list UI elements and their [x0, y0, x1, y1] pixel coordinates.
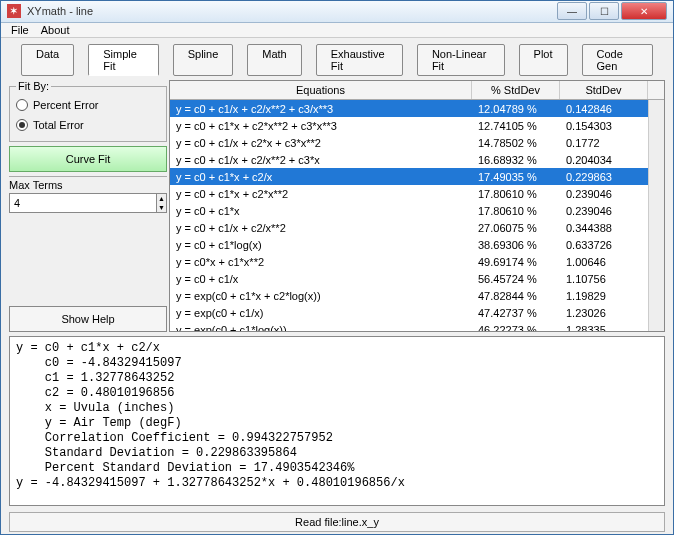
cell-percent-stddev: 17.80610 % — [472, 188, 560, 200]
minimize-button[interactable]: — — [557, 2, 587, 20]
cell-percent-stddev: 12.04789 % — [472, 103, 560, 115]
equations-table: Equations % StdDev StdDev y = c0 + c1/x … — [169, 80, 665, 332]
table-row[interactable]: y = c0 + c1/x + c2*x + c3*x**214.78502 %… — [170, 134, 648, 151]
cell-stddev: 0.633726 — [560, 239, 648, 251]
window-title: XYmath - line — [27, 5, 557, 17]
cell-percent-stddev: 47.82844 % — [472, 290, 560, 302]
col-scroll — [648, 81, 664, 99]
menu-file[interactable]: File — [11, 24, 29, 36]
left-panel: Fit By: Percent Error Total Error Curve … — [9, 80, 167, 332]
cell-stddev: 1.00646 — [560, 256, 648, 268]
cell-percent-stddev: 49.69174 % — [472, 256, 560, 268]
spin-up-icon[interactable]: ▲ — [157, 194, 166, 203]
table-row[interactable]: y = c0 + c1/x56.45724 %1.10756 — [170, 270, 648, 287]
tab-simple-fit[interactable]: Simple Fit — [88, 44, 158, 76]
cell-stddev: 0.239046 — [560, 205, 648, 217]
maximize-button[interactable]: ☐ — [589, 2, 619, 20]
close-button[interactable]: ✕ — [621, 2, 667, 20]
table-row[interactable]: y = c0 + c1*log(x)38.69306 %0.633726 — [170, 236, 648, 253]
maxterms-spinbox[interactable]: ▲ ▼ — [9, 193, 167, 213]
tab-math[interactable]: Math — [247, 44, 301, 76]
fitby-title: Fit By: — [16, 80, 51, 92]
spin-down-icon[interactable]: ▼ — [157, 203, 166, 212]
cell-equation: y = c0 + c1/x + c2/x**2 + c3/x**3 — [170, 103, 472, 115]
cell-equation: y = c0 + c1*x + c2*x**2 — [170, 188, 472, 200]
tab-spline[interactable]: Spline — [173, 44, 234, 76]
cell-percent-stddev: 14.78502 % — [472, 137, 560, 149]
table-row[interactable]: y = exp(c0 + c1*log(x))46.22273 %1.28335 — [170, 321, 648, 331]
cell-equation: y = c0 + c1*log(x) — [170, 239, 472, 251]
cell-equation: y = c0 + c1*x — [170, 205, 472, 217]
maxterms-input[interactable] — [10, 194, 156, 212]
cell-equation: y = c0 + c1*x + c2*x**2 + c3*x**3 — [170, 120, 472, 132]
table-body: y = c0 + c1/x + c2/x**2 + c3/x**312.0478… — [170, 100, 664, 331]
cell-equation: y = exp(c0 + c1*log(x)) — [170, 324, 472, 332]
radio-icon — [16, 119, 28, 131]
cell-stddev: 1.28335 — [560, 324, 648, 332]
statusbar: Read file:line.x_y — [9, 512, 665, 532]
spin-buttons: ▲ ▼ — [156, 194, 166, 212]
cell-percent-stddev: 46.22273 % — [472, 324, 560, 332]
tab-nonlinear-fit[interactable]: Non-Linear Fit — [417, 44, 505, 76]
tab-strip: Data Simple Fit Spline Math Exhaustive F… — [9, 44, 665, 76]
show-help-button[interactable]: Show Help — [9, 306, 167, 332]
radio-percent-error[interactable]: Percent Error — [16, 99, 160, 111]
cell-stddev: 0.229863 — [560, 171, 648, 183]
output-text[interactable]: y = c0 + c1*x + c2/x c0 = -4.84329415097… — [9, 336, 665, 506]
radio-label: Percent Error — [33, 99, 98, 111]
scrollbar[interactable] — [648, 100, 664, 331]
tab-plot[interactable]: Plot — [519, 44, 568, 76]
cell-equation: y = c0*x + c1*x**2 — [170, 256, 472, 268]
app-icon: ✶ — [7, 4, 21, 18]
table-row[interactable]: y = c0 + c1*x + c2*x**217.80610 %0.23904… — [170, 185, 648, 202]
radio-icon — [16, 99, 28, 111]
table-row[interactable]: y = c0 + c1*x + c2/x17.49035 %0.229863 — [170, 168, 648, 185]
table-row[interactable]: y = c0 + c1/x + c2/x**2 + c3*x16.68932 %… — [170, 151, 648, 168]
cell-stddev: 0.204034 — [560, 154, 648, 166]
cell-percent-stddev: 17.49035 % — [472, 171, 560, 183]
cell-percent-stddev: 12.74105 % — [472, 120, 560, 132]
app-window: ✶ XYmath - line — ☐ ✕ File About Data Si… — [0, 0, 674, 535]
col-percent-stddev[interactable]: % StdDev — [472, 81, 560, 99]
curve-fit-button[interactable]: Curve Fit — [9, 146, 167, 172]
cell-percent-stddev: 47.42737 % — [472, 307, 560, 319]
cell-equation: y = c0 + c1/x + c2/x**2 + c3*x — [170, 154, 472, 166]
tab-data[interactable]: Data — [21, 44, 74, 76]
cell-stddev: 1.10756 — [560, 273, 648, 285]
table-row[interactable]: y = c0 + c1*x17.80610 %0.239046 — [170, 202, 648, 219]
maxterms-label: Max Terms — [9, 176, 167, 191]
cell-stddev: 0.1772 — [560, 137, 648, 149]
table-row[interactable]: y = c0*x + c1*x**249.69174 %1.00646 — [170, 253, 648, 270]
cell-equation: y = exp(c0 + c1*x + c2*log(x)) — [170, 290, 472, 302]
table-header: Equations % StdDev StdDev — [170, 81, 664, 100]
col-equations[interactable]: Equations — [170, 81, 472, 99]
cell-percent-stddev: 17.80610 % — [472, 205, 560, 217]
table-row[interactable]: y = c0 + c1/x + c2/x**2 + c3/x**312.0478… — [170, 100, 648, 117]
table-row[interactable]: y = c0 + c1/x + c2/x**227.06075 %0.34438… — [170, 219, 648, 236]
table-row[interactable]: y = exp(c0 + c1/x)47.42737 %1.23026 — [170, 304, 648, 321]
cell-equation: y = c0 + c1/x + c2/x**2 — [170, 222, 472, 234]
cell-stddev: 1.23026 — [560, 307, 648, 319]
tab-code-gen[interactable]: Code Gen — [582, 44, 653, 76]
cell-percent-stddev: 56.45724 % — [472, 273, 560, 285]
cell-percent-stddev: 16.68932 % — [472, 154, 560, 166]
col-stddev[interactable]: StdDev — [560, 81, 648, 99]
tab-exhaustive-fit[interactable]: Exhaustive Fit — [316, 44, 403, 76]
radio-total-error[interactable]: Total Error — [16, 119, 160, 131]
table-row[interactable]: y = c0 + c1*x + c2*x**2 + c3*x**312.7410… — [170, 117, 648, 134]
radio-label: Total Error — [33, 119, 84, 131]
cell-percent-stddev: 38.69306 % — [472, 239, 560, 251]
cell-stddev: 0.154303 — [560, 120, 648, 132]
main-row: Fit By: Percent Error Total Error Curve … — [9, 80, 665, 332]
window-buttons: — ☐ ✕ — [557, 2, 667, 20]
table-row[interactable]: y = exp(c0 + c1*x + c2*log(x))47.82844 %… — [170, 287, 648, 304]
cell-stddev: 0.239046 — [560, 188, 648, 200]
cell-equation: y = c0 + c1/x + c2*x + c3*x**2 — [170, 137, 472, 149]
cell-equation: y = c0 + c1/x — [170, 273, 472, 285]
cell-equation: y = c0 + c1*x + c2/x — [170, 171, 472, 183]
cell-stddev: 1.19829 — [560, 290, 648, 302]
menu-about[interactable]: About — [41, 24, 70, 36]
fitby-group: Fit By: Percent Error Total Error — [9, 86, 167, 142]
titlebar[interactable]: ✶ XYmath - line — ☐ ✕ — [1, 1, 673, 23]
cell-percent-stddev: 27.06075 % — [472, 222, 560, 234]
